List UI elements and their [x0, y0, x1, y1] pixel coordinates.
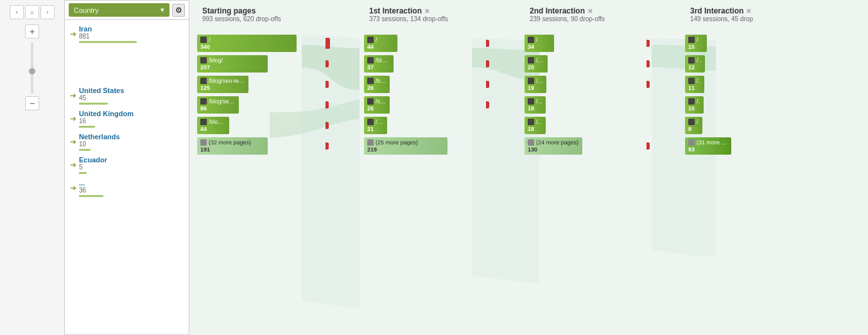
flow-bar[interactable]: /cat 21	[364, 117, 387, 134]
list-item[interactable]: /blog/seo-techniques/ 37	[364, 55, 486, 73]
flow-bar[interactable]: /blog/ 11	[685, 76, 704, 93]
list-item[interactable]: (25 more pages) 219	[364, 137, 486, 155]
home-button[interactable]: ⌂	[25, 5, 39, 19]
country-info: United States 45	[79, 87, 184, 105]
flow-bar[interactable]: / 340	[197, 35, 297, 52]
list-item[interactable]: /blog/seo-techniques/ 18	[525, 117, 647, 134]
country-count: 881	[79, 33, 184, 40]
list-item[interactable]: / 340	[197, 35, 326, 52]
country-item[interactable]: ➔ United Kingdom 16	[70, 110, 184, 128]
1st-interaction-header: 1st Interaction ✕ 373 sessions, 134 drop…	[364, 4, 486, 35]
drop-indicator	[326, 122, 329, 129]
gap-3	[647, 4, 685, 155]
page-icon	[367, 37, 374, 43]
list-item[interactable]: /blog/begin...g-p 12	[685, 55, 791, 73]
zoom-slider[interactable]	[31, 42, 33, 94]
flow-bar[interactable]: /services/ 10	[685, 96, 704, 114]
2nd-nodes: / 34 /blog/searc...e-ranking/ 20	[525, 35, 647, 155]
flow-bar[interactable]: /blog/seo-techniques/ 125	[197, 76, 248, 93]
flow-bar[interactable]: /blog/begin...g-part-01/ 44	[197, 117, 229, 134]
list-item[interactable]: /blog/types...d-a 8	[685, 117, 791, 134]
flow-bar[interactable]: /services/ 26	[364, 96, 390, 114]
list-item[interactable]: / 34	[525, 35, 647, 52]
list-item[interactable]: /blog/ 11	[685, 76, 791, 93]
list-item[interactable]: / 15	[685, 35, 791, 52]
2nd-interaction-title: 2nd Interaction ✕	[530, 6, 641, 15]
starting-pages-header: Starting pages 993 sessions, 620 drop-of…	[197, 4, 326, 35]
drop-indicator	[486, 40, 489, 47]
list-item[interactable]: /blog/ 207	[197, 55, 326, 73]
country-item[interactable]: ➔ Ecuador 5	[70, 156, 184, 174]
flow-bar[interactable]: / 34	[525, 35, 554, 52]
zoom-out-button[interactable]: −	[25, 96, 39, 110]
list-item[interactable]: / 44	[364, 35, 486, 52]
country-count: 36	[79, 187, 184, 194]
back-button[interactable]: ‹	[10, 5, 24, 19]
list-item[interactable]: /blog/ 18	[525, 96, 647, 114]
list-item[interactable]: /blog/searc...e-ranking/ 26	[364, 76, 486, 93]
country-bar	[79, 103, 108, 105]
page-icon	[200, 119, 207, 125]
close-icon[interactable]: ✕	[746, 8, 751, 15]
flow-bar[interactable]: /blog/searc...e-ranking/ 20	[525, 55, 548, 73]
starting-pages-title: Starting pages	[202, 6, 320, 15]
flow-bar-more[interactable]: (24 more pages) 130	[525, 137, 582, 155]
flow-bar-more[interactable]: (25 more pages) 219	[364, 137, 447, 155]
country-item[interactable]: ➔ United States 45	[70, 87, 184, 105]
flow-bar[interactable]: /blog/searc...e-ranking/ 26	[364, 76, 390, 93]
drop-indicator	[326, 101, 329, 108]
flow-bar[interactable]: /blog/types...d-a 8	[685, 117, 702, 134]
list-item[interactable]: (31 more pages) 93	[685, 137, 791, 155]
country-bar	[79, 41, 137, 43]
flow-bar[interactable]: / 44	[364, 35, 397, 52]
flow-bar[interactable]: /blog/ 18	[525, 96, 546, 114]
page-icon	[200, 98, 207, 105]
country-dropdown[interactable]: Country ▾	[69, 3, 169, 17]
flow-bar[interactable]: /blog/seo-techniques/ 37	[364, 55, 394, 73]
country-arrow-icon: ➔	[70, 137, 76, 146]
close-icon[interactable]: ✕	[587, 8, 593, 15]
flow-bar[interactable]: /blog/ 207	[197, 55, 268, 73]
country-count: 10	[79, 141, 184, 148]
close-icon[interactable]: ✕	[424, 8, 430, 15]
forward-button[interactable]: ›	[40, 5, 55, 19]
list-item[interactable]: /blog/searc...e-ranking/ 86	[197, 96, 326, 114]
3rd-interaction-title: 3rd Interaction ✕	[690, 6, 786, 15]
page-icon	[688, 139, 695, 146]
list-item[interactable]: /services/ 10	[685, 96, 791, 114]
page-icon	[200, 139, 207, 146]
settings-gear-icon[interactable]: ⚙	[172, 4, 185, 17]
list-item[interactable]: /blog/begin...g-part-01/ 44	[197, 117, 326, 134]
list-item[interactable]: /cat 21	[364, 117, 486, 134]
page-icon	[200, 37, 207, 43]
zoom-in-button[interactable]: +	[25, 24, 39, 39]
list-item[interactable]: /blog/searc...e-ranking/ 20	[525, 55, 647, 73]
country-count: 16	[79, 117, 184, 125]
country-arrow-icon: ➔	[70, 91, 76, 100]
list-item[interactable]: /services/ 26	[364, 96, 486, 114]
flow-bar[interactable]: /blog/searc...e-ranking/ 86	[197, 96, 239, 114]
2nd-interaction-header: 2nd Interaction ✕ 239 sessions, 90 drop-…	[525, 4, 647, 35]
list-item[interactable]: /blog/begin...g-part-01/ 19	[525, 76, 647, 93]
country-name: Ecuador	[79, 156, 184, 164]
list-item[interactable]: (32 more pages) 191	[197, 137, 326, 155]
country-item[interactable]: ➔ ... 36	[70, 179, 184, 197]
country-info: Iran 881	[79, 25, 184, 43]
drop-indicator	[486, 60, 489, 67]
list-item[interactable]: (24 more pages) 130	[525, 137, 647, 155]
list-item[interactable]: /blog/seo-techniques/ 125	[197, 76, 326, 93]
page-icon	[688, 119, 695, 125]
flow-area: Starting pages 993 sessions, 620 drop-of…	[189, 0, 868, 335]
flow-bar-more[interactable]: (31 more pages) 93	[685, 137, 731, 155]
drop-indicator	[647, 81, 650, 88]
zoom-handle[interactable]	[29, 68, 35, 74]
flow-bar[interactable]: /blog/seo-techniques/ 18	[525, 117, 546, 134]
country-item[interactable]: ➔ Netherlands 10	[70, 133, 184, 151]
flow-bar[interactable]: / 15	[685, 35, 707, 52]
starting-pages-subtitle: 993 sessions, 620 drop-offs	[202, 15, 320, 22]
drop-indicator	[647, 60, 650, 67]
flow-bar[interactable]: /blog/begin...g-p 12	[685, 55, 705, 73]
flow-bar[interactable]: /blog/begin...g-part-01/ 19	[525, 76, 546, 93]
flow-bar-more[interactable]: (32 more pages) 191	[197, 137, 268, 155]
country-item[interactable]: ➔ Iran 881	[70, 25, 184, 43]
